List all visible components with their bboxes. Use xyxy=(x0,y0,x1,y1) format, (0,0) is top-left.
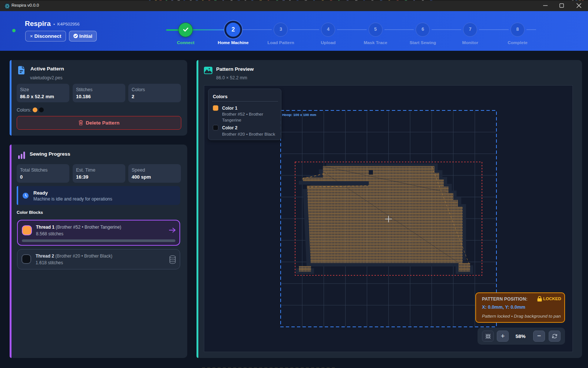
svg-text:Hoop: 100 x 100 mm: Hoop: 100 x 100 mm xyxy=(282,113,316,117)
